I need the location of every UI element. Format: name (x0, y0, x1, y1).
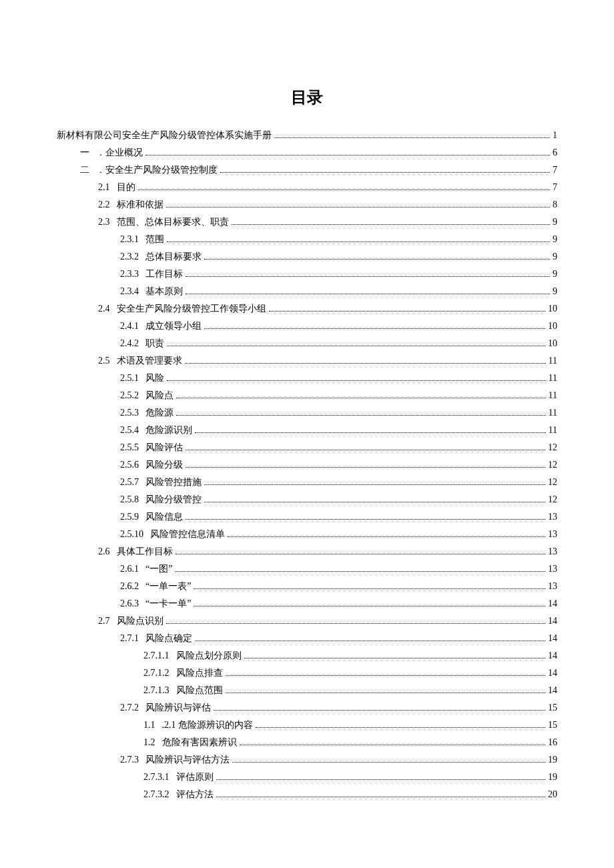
toc-entry: 2.5.9风险信息13 (57, 508, 557, 526)
toc-entry-label: 危险源识别 (145, 422, 192, 439)
toc-entry: 2.7.3.2评估方法20 (57, 786, 557, 803)
toc-entry: 2.5.8风险分级管控12 (57, 491, 557, 508)
toc-entry-page: 13 (548, 560, 557, 578)
toc-leader-dots (176, 391, 546, 398)
toc-entry: 2.7风险点识别14 (57, 612, 557, 630)
toc-entry-number: 2.3.4 (120, 283, 139, 300)
toc-leader-dots (176, 547, 546, 554)
toc-leader-dots (185, 356, 546, 364)
toc-entry-number: 2.6.1 (120, 560, 139, 578)
toc-entry: 2.6.2“一单一表”13 (57, 578, 557, 595)
toc-title: 目录 (57, 87, 557, 108)
toc-entry-number: 2.3.1 (120, 231, 139, 248)
toc-entry: 2.4安全生产风险分级管控工作领导小组10 (57, 300, 557, 318)
toc-leader-dots (145, 148, 550, 155)
toc-entry: 1.1.2.1 危险源辨识的内容15 (57, 717, 557, 734)
toc-entry-label: ．企业概况 (96, 144, 143, 161)
toc-leader-dots (240, 738, 546, 745)
toc-leader-dots (204, 322, 545, 329)
toc-leader-dots (244, 651, 546, 659)
toc-entry-label: 风险信息 (145, 508, 183, 526)
toc-entry-label: 风险点识别 (117, 612, 164, 630)
toc-entry-number: 2.7.1.2 (143, 665, 170, 682)
toc-entry: 2.5.3危险源11 (57, 404, 557, 422)
toc-entry-number: 2.5.6 (120, 456, 139, 474)
toc-entry: 2.6具体工作目标13 (57, 543, 557, 560)
toc-entry: 2.4.2职责10 (57, 335, 557, 352)
toc-entry-page: 13 (548, 578, 557, 595)
toc-entry-label: 目的 (117, 179, 135, 196)
toc-entry-page: 9 (553, 213, 557, 231)
toc-entry-page: 12 (548, 456, 557, 474)
toc-entry-number: 2.5.3 (120, 404, 139, 422)
toc-entry: 2.5.7风险管控措施12 (57, 474, 557, 491)
toc-leader-dots (256, 721, 545, 728)
toc-entry: 2.5术语及管理要求11 (57, 352, 557, 370)
toc-entry-number: 2.5.5 (120, 439, 139, 456)
toc-entry-label: 风险分级 (145, 456, 183, 474)
toc-entry-label: 总体目标要求 (145, 248, 202, 266)
toc-leader-dots (204, 252, 550, 260)
toc-entry-number: 2.7.3 (120, 751, 139, 769)
toc-entry: 2.3.1范围9 (57, 231, 557, 248)
toc-entry-label: 风险点划分原则 (176, 647, 242, 665)
toc-entry: 1.2危险有害因素辨识16 (57, 734, 557, 751)
toc-entry: 2.6.1“一图”13 (57, 560, 557, 578)
toc-entry-page: 11 (549, 387, 557, 404)
toc-entry-label: 评估方法 (176, 786, 214, 803)
toc-leader-dots (166, 200, 551, 207)
toc-entry-number: 2.7.2 (120, 699, 139, 717)
toc-entry-label: 标准和依据 (117, 196, 164, 213)
toc-leader-dots (166, 616, 546, 624)
toc-entry-number: 2.4.1 (120, 318, 139, 335)
toc-entry-number: 2.6 (98, 543, 110, 560)
toc-entry-number: 2.5.1 (120, 370, 139, 387)
toc-entry-number: 2.5.2 (120, 387, 139, 404)
toc-leader-dots (186, 443, 545, 450)
toc-entry-page: 14 (548, 647, 557, 665)
toc-entry-page: 11 (549, 352, 557, 370)
toc-entry-label: 风险辨识与评估方法 (145, 751, 230, 769)
document-page: 目录 新材料有限公司安全生产风险分级管控体系实施手册1一．企业概况6二．安全生产… (0, 0, 614, 843)
toc-entry-number: 2.3 (98, 213, 110, 231)
toc-entry-label: 评估原则 (176, 769, 214, 786)
toc-entry: 2.5.2风险点11 (57, 387, 557, 404)
toc-entry-label: .2.1 危险源辨识的内容 (162, 717, 254, 734)
toc-entry-page: 15 (548, 699, 557, 717)
toc-entry-label: 风险辨识与评估 (145, 699, 211, 717)
toc-entry-number: 二 (80, 161, 89, 179)
toc-entry: 2.3.2总体目标要求9 (57, 248, 557, 266)
toc-entry-number: 2.2 (98, 196, 110, 213)
toc-entry: 2.5.1风险11 (57, 370, 557, 387)
toc-entry-number: 1.2 (143, 734, 156, 751)
toc-entry: 2.7.1.2风险点排查14 (57, 665, 557, 682)
toc-leader-dots (186, 287, 550, 294)
toc-entry-page: 14 (548, 665, 557, 682)
toc-entry-page: 19 (548, 769, 557, 786)
toc-entry-number: 2.7.3.2 (143, 786, 170, 803)
toc-leader-dots (226, 686, 546, 693)
toc-entry-number: 2.7.1 (120, 630, 139, 647)
toc-entry-label: 风险点范围 (176, 682, 223, 699)
toc-entry-page: 11 (549, 404, 557, 422)
toc-entry: 2.7.1.1风险点划分原则14 (57, 647, 557, 665)
toc-entry-page: 7 (553, 179, 557, 196)
toc-entry: 2.7.2风险辨识与评估15 (57, 699, 557, 717)
toc-leader-dots (175, 564, 545, 572)
toc-entry-number: 2.5 (98, 352, 110, 370)
toc-entry-label: 风险点确定 (145, 630, 192, 647)
toc-entry-page: 14 (548, 682, 557, 699)
toc-entry-page: 11 (549, 370, 557, 387)
toc-entry: 2.5.4危险源识别11 (57, 422, 557, 439)
toc-entry-label: 风险 (145, 370, 164, 387)
toc-entry-label: “一卡一单” (145, 595, 191, 612)
toc-entry: 2.1目的7 (57, 179, 557, 196)
toc-entry-page: 12 (548, 439, 557, 456)
toc-entry-number: 2.4.2 (120, 335, 139, 352)
toc-leader-dots (195, 634, 545, 641)
toc-entry-page: 12 (548, 491, 557, 508)
toc-entry-number: 2.5.9 (120, 508, 139, 526)
toc-entry-label: 安全生产风险分级管控工作领导小组 (117, 300, 266, 318)
toc-leader-dots (204, 495, 545, 502)
toc-entry-number: 2.5.10 (120, 526, 143, 543)
